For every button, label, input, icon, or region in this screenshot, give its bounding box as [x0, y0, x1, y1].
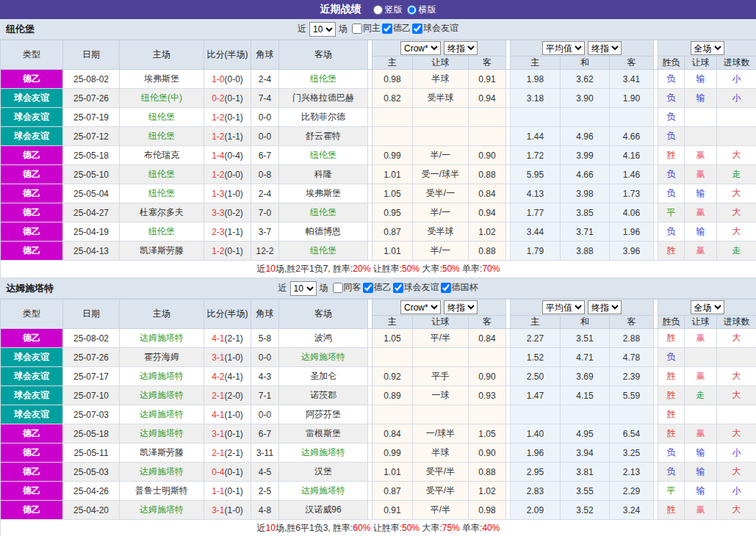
goals-result-cell: 小: [717, 443, 756, 463]
match-score: 1-3(1-0): [204, 184, 251, 203]
crow-handicap: 受半球: [413, 89, 469, 108]
halftime-score: (0-4): [225, 151, 243, 161]
average-odds-select[interactable]: 平均值: [542, 300, 585, 314]
filter-label: 球会友谊: [404, 281, 439, 294]
layout-option-horizontal[interactable]: 横版: [407, 4, 436, 16]
filter-checkbox[interactable]: [333, 283, 343, 293]
halftime-score: (0-0): [225, 170, 243, 180]
layout-option-vertical[interactable]: 竖版: [373, 4, 403, 16]
final-odds-select[interactable]: 终指: [444, 300, 478, 314]
avg-draw-odds: 3.98: [561, 184, 610, 203]
col-goals: 进球数: [717, 57, 756, 70]
away-team: 帕德博恩: [279, 222, 368, 242]
average-odds-select[interactable]: 平均值: [542, 41, 585, 55]
summary-part: 50%: [442, 264, 460, 274]
away-team: 诺茨郡: [279, 386, 368, 405]
crow-home-odds: 1.01: [372, 165, 413, 184]
horizontal-radio[interactable]: [407, 5, 417, 15]
league-badge: 德乙: [1, 203, 63, 222]
avg-draw-odds: 4.96: [561, 127, 610, 146]
goals-result-cell: 大: [717, 463, 756, 482]
fulltime-score: 4-1: [212, 410, 224, 420]
horizontal-radio-label: 横版: [419, 4, 436, 16]
result-cell: 平: [658, 482, 685, 501]
match-score: 0-2(0-1): [204, 89, 251, 108]
avg-draw-odds: 3.71: [561, 222, 610, 242]
odds-source-select[interactable]: Crow*: [400, 41, 441, 55]
filter-option[interactable]: 同客: [333, 281, 361, 294]
handicap-result-cell: 赢: [685, 367, 717, 386]
avg-away-odds: [610, 108, 654, 127]
match-score: 1-2(0-1): [204, 242, 251, 261]
crow-home-odds: [372, 127, 413, 146]
match-date: 25-05-18: [63, 146, 120, 165]
corner-score: 2-4: [251, 184, 279, 203]
crow-handicap: 一/球半: [413, 424, 469, 443]
filter-checkbox[interactable]: [382, 23, 392, 34]
summary-part: 单率:: [460, 264, 483, 274]
crow-handicap: [413, 108, 469, 127]
col-date: 日期: [63, 40, 120, 70]
home-team: 纽伦堡: [120, 222, 204, 242]
filter-checkbox[interactable]: [393, 283, 403, 293]
filter-label: 德乙: [374, 281, 392, 294]
match-score: 2-1(2-1): [204, 443, 251, 463]
filter-checkbox[interactable]: [352, 23, 362, 34]
scope-select[interactable]: 全场: [691, 300, 724, 314]
filter-checkbox[interactable]: [363, 283, 373, 293]
final-odds-select-2[interactable]: 终指: [588, 300, 622, 314]
filter-option[interactable]: 德国杯: [441, 281, 478, 294]
match-score: 1-4(0-4): [204, 146, 251, 165]
home-team: 达姆施塔特: [120, 501, 204, 520]
goals-result-cell: 大: [717, 329, 756, 348]
match-score: 4-1(1-0): [204, 405, 251, 424]
result-cell: 胜: [658, 329, 685, 348]
match-date: 25-07-03: [63, 405, 120, 424]
summary-part: 单率:: [460, 523, 483, 533]
fulltime-score: 0-4: [212, 467, 224, 477]
final-odds-select-2[interactable]: 终指: [588, 41, 622, 55]
away-team: 汉堡: [279, 463, 368, 482]
avg-away-odds: 6.54: [610, 424, 654, 443]
goals-result-cell: [717, 127, 756, 146]
col-result: 胜负: [658, 316, 685, 329]
match-count-select[interactable]: 10: [290, 281, 317, 296]
crow-handicap: 受平/半: [413, 482, 469, 501]
vertical-radio[interactable]: [373, 5, 383, 15]
match-row: 德乙25-05-18布伦瑞克1-4(0-4)6-7纽伦堡0.99半/一0.901…: [1, 146, 756, 165]
result-cell: 负: [658, 127, 685, 146]
corner-score: 7-4: [251, 89, 279, 108]
crow-handicap: [413, 405, 469, 424]
avg-home-odds: [511, 108, 561, 127]
match-row: 球会友谊25-07-26纽伦堡(中)0-2(0-1)7-4门兴格拉德巴赫0.82…: [1, 89, 756, 108]
avg-draw-odds: 4.71: [561, 348, 610, 367]
col-corners: 角球: [251, 300, 279, 329]
filter-checkbox[interactable]: [412, 23, 422, 34]
col-type: 类型: [1, 40, 63, 70]
filter-checkbox[interactable]: [441, 283, 451, 293]
avg-away-odds: 1.90: [610, 89, 654, 108]
home-team: 普鲁士明斯特: [120, 482, 204, 501]
filter-option[interactable]: 球会友谊: [412, 22, 458, 35]
filter-option[interactable]: 德乙: [363, 281, 392, 294]
scope-select[interactable]: 全场: [691, 41, 724, 55]
result-cell: 平: [658, 203, 685, 222]
fulltime-score: 0-2: [212, 93, 224, 104]
filter-option[interactable]: 球会友谊: [393, 281, 439, 294]
filter-option[interactable]: 同主: [352, 22, 381, 35]
section-summary: 近10场,胜2平1负7, 胜率:20% 让胜率:50% 大率:50% 单率:70…: [1, 261, 756, 278]
filter-option[interactable]: 德乙: [382, 22, 411, 35]
crow-away-odds: 1.02: [469, 482, 506, 501]
avg-away-odds: 1.96: [610, 222, 654, 242]
summary-part: 近: [257, 523, 266, 533]
result-cell: 胜: [658, 146, 685, 165]
col-handicap-result: 让球: [685, 57, 717, 70]
odds-source-select[interactable]: Crow*: [400, 300, 441, 314]
corner-score: 5-8: [251, 329, 279, 348]
col-handicap-result: 让球: [685, 316, 717, 329]
result-cell: 胜: [658, 242, 685, 261]
match-count-select[interactable]: 10: [309, 22, 336, 37]
final-odds-select[interactable]: 终指: [444, 41, 478, 55]
summary-part: 60%: [353, 523, 370, 533]
crow-home-odds: 0.95: [372, 203, 413, 222]
